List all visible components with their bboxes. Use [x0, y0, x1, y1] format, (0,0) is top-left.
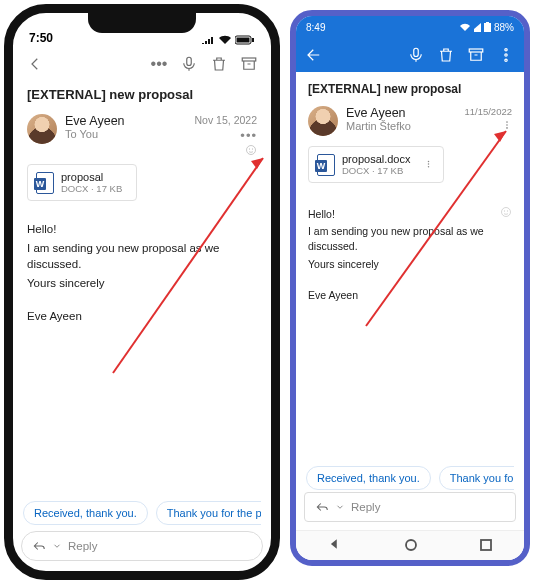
svg-point-14 — [505, 49, 507, 51]
reply-bar[interactable]: Reply — [304, 492, 516, 522]
word-doc-icon — [36, 172, 54, 194]
avatar — [308, 106, 338, 136]
reply-bar[interactable]: Reply — [21, 531, 263, 561]
status-indicators — [201, 35, 255, 45]
svg-point-17 — [506, 121, 508, 123]
svg-rect-13 — [469, 49, 483, 52]
word-doc-icon — [317, 154, 335, 176]
attachment-more-icon[interactable] — [418, 157, 435, 173]
battery-pct: 88% — [494, 22, 514, 33]
email-date: 11/15/2022 — [464, 106, 512, 117]
nav-home-icon[interactable] — [405, 537, 417, 555]
wifi-icon — [459, 23, 471, 32]
android-frame: 8:49 88% — [290, 10, 530, 566]
battery-icon — [484, 22, 491, 32]
reaction-icon[interactable] — [500, 206, 512, 220]
svg-rect-27 — [481, 540, 491, 550]
body-line: Hello! — [27, 221, 257, 238]
quick-reply-chip[interactable]: Received, thank you. — [23, 501, 148, 525]
body-line: I am sending you new proposal as we disc… — [27, 240, 257, 273]
mic-icon[interactable] — [404, 43, 428, 67]
toolbar — [296, 38, 524, 72]
attachment[interactable]: proposal DOCX · 17 KB — [27, 164, 137, 201]
message-more-icon[interactable] — [502, 118, 512, 135]
status-time: 8:49 — [306, 22, 325, 33]
nav-back-icon[interactable] — [328, 537, 342, 555]
sender-name: Eve Ayeen — [65, 114, 125, 128]
svg-rect-2 — [252, 38, 254, 42]
svg-point-24 — [504, 211, 505, 212]
sender-to: Martin Štefko — [346, 120, 411, 132]
message-more-icon[interactable]: ••• — [240, 128, 257, 143]
email-body: Hello! I am sending you new proposal as … — [308, 207, 512, 303]
email-body: Hello! I am sending you new proposal as … — [27, 221, 257, 324]
overflow-icon[interactable] — [494, 43, 518, 67]
quick-reply-chip[interactable]: Thank you for the proposal. — [439, 466, 514, 490]
reaction-icon[interactable] — [245, 144, 257, 159]
svg-point-21 — [427, 163, 429, 165]
email-content: [EXTERNAL] new proposal Eve Ayeen To You… — [13, 81, 271, 324]
svg-rect-3 — [187, 57, 192, 65]
svg-point-15 — [505, 54, 507, 56]
sender-name: Eve Ayeen — [346, 106, 411, 120]
svg-rect-4 — [242, 58, 256, 61]
svg-point-22 — [427, 165, 429, 167]
more-icon[interactable]: ••• — [147, 52, 171, 76]
svg-point-7 — [252, 149, 253, 150]
body-signature: Eve Ayeen — [27, 308, 257, 325]
attachment-name: proposal — [61, 171, 122, 183]
email-date: Nov 15, 2022 — [195, 114, 257, 126]
trash-icon[interactable] — [207, 52, 231, 76]
avatar — [27, 114, 57, 144]
attachment[interactable]: proposal.docx DOCX · 17 KB — [308, 146, 444, 183]
archive-icon[interactable] — [237, 52, 261, 76]
reply-icon — [32, 539, 46, 553]
reply-label: Reply — [351, 501, 380, 513]
email-content: [EXTERNAL] new proposal Eve Ayeen Martin… — [296, 72, 524, 303]
chevron-down-icon[interactable] — [52, 541, 62, 551]
toolbar: ••• — [13, 47, 271, 81]
attachment-meta: DOCX · 17 KB — [342, 165, 411, 176]
svg-rect-11 — [486, 22, 489, 23]
svg-rect-10 — [484, 23, 491, 32]
quick-reply-chip[interactable]: Thank you for the proposal. — [156, 501, 261, 525]
body-signature: Eve Ayeen — [308, 288, 512, 303]
sender-row[interactable]: Eve Ayeen Martin Štefko 11/15/2022 — [308, 106, 512, 136]
svg-rect-1 — [237, 38, 250, 43]
android-navbar — [296, 530, 524, 560]
body-line: I am sending you new proposal as we disc… — [308, 224, 512, 254]
body-line: Yours sincerely — [27, 275, 257, 292]
svg-point-25 — [507, 211, 508, 212]
mic-icon[interactable] — [177, 52, 201, 76]
email-subject: [EXTERNAL] new proposal — [308, 82, 512, 96]
status-indicators: 88% — [459, 22, 514, 33]
body-line: Hello! — [308, 207, 512, 222]
svg-point-19 — [506, 127, 508, 129]
reply-icon — [315, 500, 329, 514]
nav-recent-icon[interactable] — [480, 537, 492, 555]
chevron-down-icon[interactable] — [335, 502, 345, 512]
status-bar: 8:49 88% — [296, 16, 524, 38]
wifi-icon — [218, 35, 232, 45]
back-icon[interactable] — [302, 43, 326, 67]
archive-icon[interactable] — [464, 43, 488, 67]
svg-point-26 — [406, 540, 416, 550]
trash-icon[interactable] — [434, 43, 458, 67]
svg-point-20 — [427, 160, 429, 162]
svg-point-18 — [506, 124, 508, 126]
svg-rect-12 — [414, 48, 419, 56]
quick-reply-chip[interactable]: Received, thank you. — [306, 466, 431, 490]
svg-point-23 — [502, 208, 511, 217]
iphone-frame: 7:50 ••• [EXTERNAL] new prop — [4, 4, 280, 580]
sender-row[interactable]: Eve Ayeen To You Nov 15, 2022 ••• — [27, 114, 257, 144]
svg-point-16 — [505, 59, 507, 61]
attachment-name: proposal.docx — [342, 153, 411, 165]
back-icon[interactable] — [23, 52, 47, 76]
reply-label: Reply — [68, 540, 97, 552]
quick-replies: Received, thank you. Thank you for the p… — [23, 501, 261, 525]
svg-point-6 — [249, 149, 250, 150]
sender-to: To You — [65, 128, 125, 140]
body-line: Yours sincerely — [308, 257, 512, 272]
android-header: 8:49 88% — [296, 16, 524, 72]
attachment-meta: DOCX · 17 KB — [61, 183, 122, 194]
